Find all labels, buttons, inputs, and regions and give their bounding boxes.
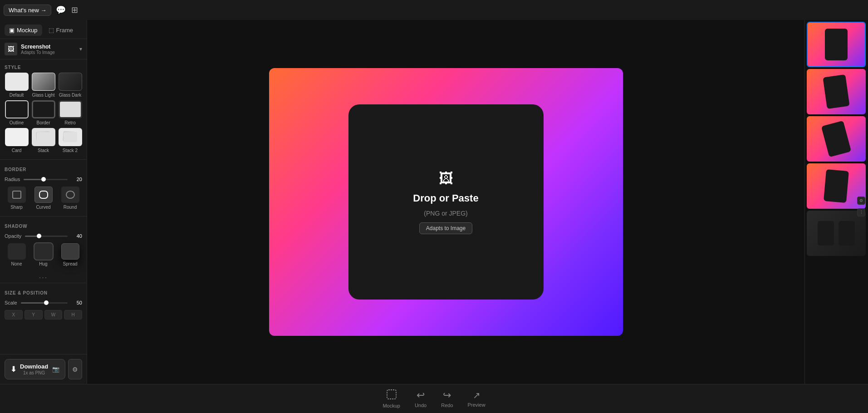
round-icon (61, 187, 79, 203)
svg-rect-1 (39, 191, 48, 198)
style-default[interactable]: Default (5, 73, 29, 98)
radius-value: 20 (71, 177, 82, 182)
style-stack[interactable]: Stack (31, 128, 55, 153)
corner-round[interactable]: Round (58, 187, 82, 210)
canvas-area[interactable]: 🖼 Drop or Paste (PNG or JPEG) Adapts to … (87, 20, 804, 384)
shadow-none[interactable]: None (5, 243, 29, 266)
toolbar-preview[interactable]: ↗ Preview (468, 390, 485, 408)
style-stack-label: Stack (38, 148, 49, 153)
toolbar-undo[interactable]: ↩ Undo (415, 389, 427, 408)
screenshot-sub: Adapts To Image (21, 50, 55, 55)
style-retro[interactable]: Retro (58, 100, 82, 125)
grid-icon-button[interactable]: ⊞ (70, 4, 79, 16)
corner-grid: Sharp Curved Round (0, 184, 87, 214)
sidebar-tabs: ▣ Mockup ⬚ Frame (0, 20, 87, 39)
toolbar-mockup[interactable]: Mockup (383, 389, 400, 408)
preview-thumb-3[interactable] (807, 116, 866, 162)
settings-btn-2[interactable]: ⋮ (857, 208, 865, 216)
radius-slider-track[interactable] (24, 179, 68, 180)
preview-device-3 (821, 121, 851, 157)
shadow-none-preview (8, 243, 26, 260)
screenshot-chevron[interactable]: ▾ (79, 46, 82, 52)
sidebar: ▣ Mockup ⬚ Frame 🖼 Screenshot Adapts To … (0, 20, 87, 384)
style-outline[interactable]: Outline (5, 100, 29, 125)
preview-device-5b (839, 221, 855, 246)
chat-icon-button[interactable]: 💬 (55, 4, 67, 16)
pos-w-input[interactable] (44, 310, 63, 320)
style-stack2-preview (59, 128, 82, 146)
opacity-label: Opacity (5, 233, 21, 239)
download-label: Download (20, 363, 48, 370)
border-section-header: BORDER (0, 162, 87, 175)
style-glass-dark-label: Glass Dark (59, 93, 81, 98)
svg-rect-0 (13, 191, 21, 198)
more-options[interactable]: ... (0, 271, 87, 281)
download-settings-button[interactable]: ⚙ (68, 359, 82, 379)
preview-device-5a (818, 221, 834, 246)
pos-x-input[interactable] (5, 310, 23, 320)
tab-frame[interactable]: ⬚ Frame (44, 25, 78, 36)
style-stack2[interactable]: Stack 2 (58, 128, 82, 153)
whats-new-button[interactable]: What's new → (4, 5, 51, 16)
scale-slider-fill (21, 302, 44, 304)
chat-icon: 💬 (56, 5, 66, 15)
redo-toolbar-icon: ↪ (443, 389, 451, 401)
sharp-label: Sharp (10, 205, 23, 210)
canvas-background[interactable]: 🖼 Drop or Paste (PNG or JPEG) Adapts to … (269, 68, 623, 336)
preview-thumb-5[interactable] (807, 211, 866, 256)
preview-thumb-2[interactable] (807, 69, 866, 114)
drop-icon: 🖼 (439, 170, 453, 187)
style-border[interactable]: Border (31, 100, 55, 125)
tab-mockup[interactable]: ▣ Mockup (5, 25, 42, 36)
download-button[interactable]: ⬇ Download 1x as PNG 📷 (5, 359, 65, 379)
corner-sharp[interactable]: Sharp (5, 187, 29, 210)
download-section: ⬇ Download 1x as PNG 📷 ⚙ (0, 354, 87, 384)
style-retro-label: Retro (64, 120, 75, 125)
preview-device-4 (824, 169, 849, 203)
corner-curved[interactable]: Curved (31, 187, 55, 210)
mockup-toolbar-icon (387, 389, 397, 402)
screenshot-thumbnail: 🖼 (5, 43, 17, 55)
radius-label: Radius (5, 177, 20, 182)
shadow-spread-preview (61, 243, 79, 260)
shadow-spread-label: Spread (63, 261, 77, 266)
adapts-to-image-button[interactable]: Adapts to Image (419, 222, 472, 234)
toolbar-redo[interactable]: ↪ Redo (441, 389, 453, 408)
scale-slider-row: Scale 50 (0, 298, 87, 307)
shadow-spread[interactable]: Spread (58, 243, 82, 266)
style-stack2-label: Stack 2 (63, 148, 78, 153)
pos-y-input[interactable] (25, 310, 43, 320)
border-divider (0, 159, 87, 160)
opacity-slider-track[interactable] (25, 236, 68, 237)
style-grid: Default Glass Light Glass Dark Outline B… (0, 73, 87, 157)
right-panel: ⚙ ⋮ (804, 20, 868, 384)
device-frame[interactable]: 🖼 Drop or Paste (PNG or JPEG) Adapts to … (348, 104, 544, 300)
settings-btn-1[interactable]: ⚙ (857, 197, 865, 205)
style-glass-light[interactable]: Glass Light (31, 73, 55, 98)
top-bar-left: What's new → 💬 ⊞ (4, 4, 79, 16)
shadow-hug[interactable]: Hug (31, 243, 55, 266)
style-default-label: Default (10, 93, 24, 98)
pos-h-input[interactable] (64, 310, 82, 320)
shadow-none-label: None (11, 261, 22, 266)
scale-slider-track[interactable] (21, 302, 68, 304)
style-outline-preview (5, 100, 29, 118)
mockup-tab-icon: ▣ (9, 27, 15, 34)
opacity-slider-fill (25, 236, 36, 237)
preview-thumb-1[interactable] (807, 22, 866, 67)
scale-label: Scale (5, 300, 17, 305)
drop-title: Drop or Paste (413, 192, 478, 204)
size-pos-header: SIZE & POSITION (0, 285, 87, 298)
frame-tab-label: Frame (56, 27, 74, 34)
download-icon: ⬇ (10, 365, 16, 374)
style-card[interactable]: Card (5, 128, 29, 153)
bottom-toolbar: Mockup ↩ Undo ↪ Redo ↗ Preview (0, 384, 868, 413)
style-border-label: Border (36, 120, 50, 125)
screenshot-thumb-icon: 🖼 (8, 45, 14, 53)
size-pos-grid (0, 307, 87, 322)
shadow-grid: None Hug Spread (0, 241, 87, 271)
round-label: Round (64, 205, 77, 210)
svg-rect-3 (387, 390, 396, 399)
style-glass-dark-preview (59, 73, 82, 91)
style-glass-dark[interactable]: Glass Dark (58, 73, 82, 98)
